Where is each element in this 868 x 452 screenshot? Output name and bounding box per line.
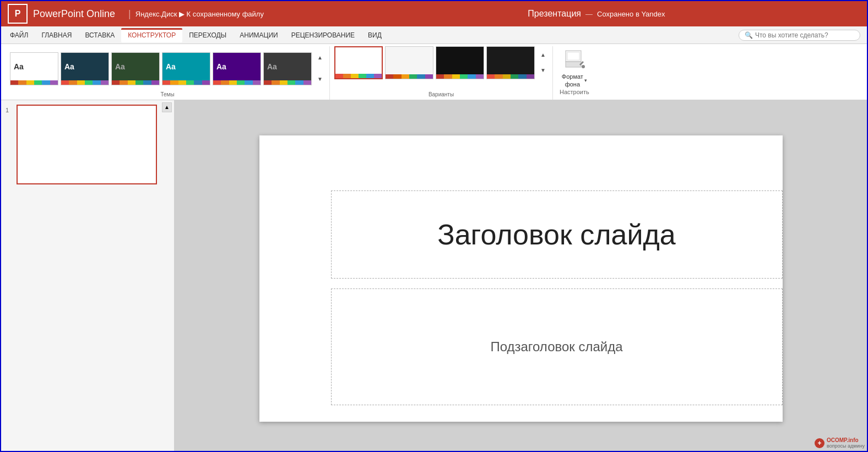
watermark-site: OCOMP.info: [827, 437, 865, 443]
slide-item-1: 1: [6, 105, 170, 184]
theme-purple-colors: [213, 80, 261, 85]
variants-dropdown[interactable]: ▲ ▼: [538, 46, 548, 79]
theme-dark-teal-preview: Aa: [61, 53, 109, 80]
variant-3-colors: [436, 74, 484, 79]
format-bg-label-row: Форматфона ▾: [562, 73, 587, 89]
variants-label: Варианты: [428, 91, 454, 100]
themes-label: Темы: [160, 91, 174, 100]
svg-rect-1: [566, 62, 581, 67]
slide-title-box[interactable]: Заголовок слайда: [331, 190, 783, 279]
svg-point-3: [582, 65, 585, 68]
variant-4-colors: [487, 74, 534, 79]
variant-2-colors: [386, 74, 433, 79]
theme-cyan[interactable]: Aa: [162, 52, 210, 85]
watermark-subtext: вопросы админу: [827, 443, 865, 449]
watermark: + OCOMP.info вопросы админу: [815, 437, 865, 449]
format-bg-arrow: ▾: [584, 78, 587, 83]
watermark-text: OCOMP.info вопросы админу: [827, 437, 865, 449]
theme-dark-teal-colors: [61, 80, 109, 85]
breadcrumb[interactable]: Яндекс.Диск ▶ К сохраненному файлу: [135, 10, 443, 18]
theme-office[interactable]: Aa: [10, 52, 58, 85]
search-box[interactable]: 🔍: [739, 30, 860, 41]
slide-title-text: Заголовок слайда: [437, 218, 676, 251]
variants-row: ▲ ▼: [334, 46, 548, 79]
watermark-logo: +: [815, 438, 824, 448]
menu-file[interactable]: ФАЙЛ: [3, 28, 35, 42]
menu-review[interactable]: РЕЦЕНЗИРОВАНИЕ: [285, 28, 361, 42]
slide-subtitle-box[interactable]: Подзаголовок слайда: [331, 288, 783, 405]
slide-subtitle-text: Подзаголовок слайда: [490, 339, 622, 355]
theme-dark-teal[interactable]: Aa: [61, 52, 109, 85]
variants-section: ▲ ▼ Варианты: [330, 46, 553, 100]
theme-dark-gray[interactable]: Aa: [263, 52, 312, 85]
slide-thumb[interactable]: [17, 105, 157, 184]
menu-home[interactable]: ГЛАВНАЯ: [35, 28, 78, 42]
main-area: ▲ 1 Заголовок слайда Подзаголовок слайда: [1, 100, 867, 452]
format-bg-label: Форматфона: [562, 73, 583, 89]
slide-number: 1: [6, 107, 13, 113]
presentation-title: Презентация: [528, 9, 581, 19]
theme-office-colors: [10, 80, 58, 85]
variant-3[interactable]: [436, 46, 484, 79]
menu-design[interactable]: КОНСТРУКТОР: [121, 28, 182, 42]
variant-1[interactable]: [334, 46, 383, 79]
theme-cyan-colors: [162, 80, 210, 85]
app-name: PowerPoint Online: [33, 8, 115, 20]
title-dash: —: [585, 10, 593, 18]
menu-animations[interactable]: АНИМАЦИИ: [233, 28, 284, 42]
svg-rect-2: [567, 52, 579, 60]
ribbon: Aa Aa Aa: [1, 44, 867, 100]
ppt-logo: P: [8, 4, 28, 24]
themes-section: Aa Aa Aa: [6, 46, 330, 100]
canvas-area: Заголовок слайда Подзаголовок слайда: [175, 100, 867, 452]
themes-dropdown[interactable]: ▲ ▼: [315, 46, 325, 91]
nastroit-label: Настроить: [560, 89, 589, 97]
variant-2-preview: [386, 47, 433, 74]
format-bg-icon: [563, 48, 585, 70]
theme-purple-preview: Aa: [213, 53, 261, 80]
theme-dark-green-colors: [112, 80, 159, 85]
menu-insert[interactable]: ВСТАВКА: [78, 28, 121, 42]
title-bar: P PowerPoint Online | Яндекс.Диск ▶ К со…: [1, 1, 867, 26]
slide-panel: ▲ 1: [1, 100, 175, 452]
theme-dark-green-preview: Aa: [112, 53, 159, 80]
themes-row: Aa Aa Aa: [10, 46, 325, 91]
variant-4[interactable]: [486, 46, 535, 79]
format-bg-section[interactable]: Форматфона ▾ Настроить: [553, 46, 596, 100]
theme-purple[interactable]: Aa: [213, 52, 261, 85]
menu-bar: ФАЙЛ ГЛАВНАЯ ВСТАВКА КОНСТРУКТОР ПЕРЕХОД…: [1, 26, 867, 44]
variant-3-preview: [436, 47, 484, 74]
slide-nav-up[interactable]: ▲: [162, 102, 172, 112]
variant-4-preview: [487, 47, 534, 74]
menu-transitions[interactable]: ПЕРЕХОДЫ: [182, 28, 233, 42]
title-separator: |: [128, 8, 131, 20]
theme-cyan-preview: Aa: [162, 53, 210, 80]
variant-2[interactable]: [385, 46, 433, 79]
variant-1-colors: [335, 74, 382, 78]
menu-view[interactable]: ВИД: [361, 28, 388, 42]
search-input[interactable]: [755, 31, 854, 39]
theme-dark-gray-preview: Aa: [264, 53, 311, 80]
slide-canvas[interactable]: Заголовок слайда Подзаголовок слайда: [259, 135, 783, 422]
variant-1-preview: [335, 47, 382, 74]
save-status: Сохранено в Yandex: [597, 10, 665, 18]
theme-dark-green[interactable]: Aa: [111, 52, 160, 85]
theme-dark-gray-colors: [264, 80, 311, 85]
search-icon: 🔍: [745, 31, 753, 39]
theme-office-preview: Aa: [10, 53, 58, 80]
